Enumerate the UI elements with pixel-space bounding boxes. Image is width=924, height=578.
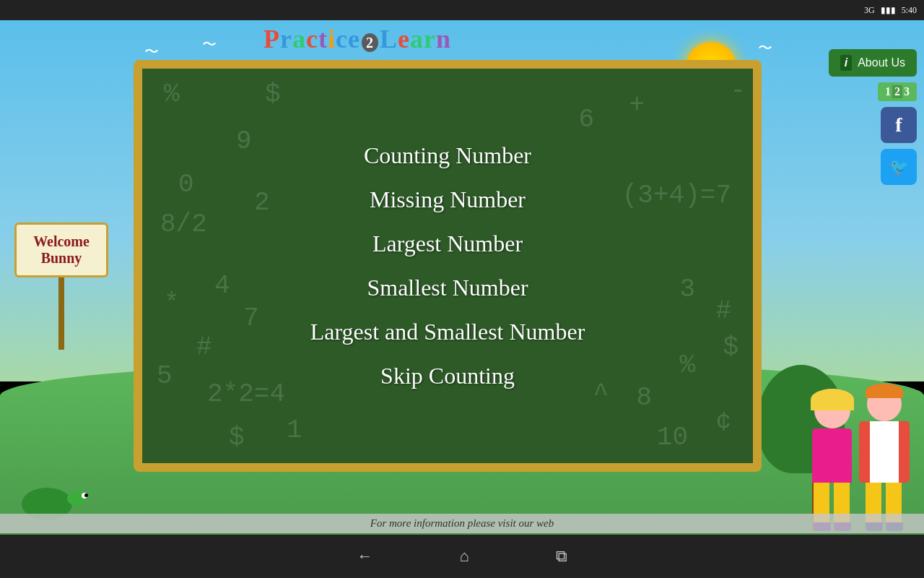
logo-letter-r: r [280,25,292,53]
recent-button[interactable]: ⧉ [556,547,567,566]
num-3: 3 [904,85,910,98]
boy-shirt-stripe [870,421,899,483]
turtle-head [67,491,85,506]
logo-number-2: 2 [362,33,378,52]
logo-letter-ce: ce [336,25,360,53]
boy-head [867,387,902,421]
twitter-icon: 🐦 [889,158,909,176]
num-1: 1 [885,85,891,98]
sign-post [58,277,64,350]
twitter-button[interactable]: 🐦 [881,149,917,185]
chalk-symbol-6: 6 [578,105,594,134]
chalk-symbol-dollar1: $ [265,79,281,109]
logo-letter-n: n [436,25,451,53]
chalk-symbol-percent: % [164,79,180,109]
info-ticker: For more information please visit our we… [0,514,924,533]
boy-character [859,387,910,531]
chalk-symbol-cent: ¢ [715,408,731,438]
chalk-symbol-plus: + [629,90,645,120]
signal-indicator: ▮▮▮ [881,5,896,16]
menu-item-missing[interactable]: Missing Number [142,181,753,219]
logo-letter-t: t [318,25,328,53]
logo-letter-c: c [306,25,318,53]
girl-hair [811,389,854,410]
menu-item-counting[interactable]: Counting Number [142,137,753,175]
right-panel: i About Us 1 2 3 f 🐦 [722,49,924,185]
boy-body-backpack [859,421,910,483]
logo-letter-p: P [263,25,280,53]
app-logo: Practice2Learn [263,24,451,54]
logo-letter-e: e [398,25,410,53]
chalk-symbol-1: 1 [287,415,302,445]
header-logo-area: Practice2Learn [0,24,715,54]
menu-item-skip[interactable]: Skip Counting [142,357,753,395]
numbers-badge[interactable]: 1 2 3 [878,82,917,101]
turtle-eye [82,493,87,499]
girl-character [812,392,852,531]
chalk-symbol-dollar3: $ [229,423,245,452]
welcome-text-line2: Bunny [28,250,95,267]
info-icon: i [840,55,852,71]
chalk-symbol-10: 10 [657,423,688,452]
logo-letter-i: i [328,25,336,53]
welcome-sign: Welcome Bunny [14,223,108,350]
status-bar: 3G ▮▮▮ 5:40 [0,0,924,20]
facebook-button[interactable]: f [881,107,917,143]
logo-letter-a: a [292,25,306,53]
nav-bar: ← ⌂ ⧉ [0,535,924,578]
children-characters [812,387,910,531]
home-button[interactable]: ⌂ [459,547,468,566]
girl-head [814,392,850,428]
menu-item-largest[interactable]: Largest Number [142,225,753,263]
chalkboard: % $ 9 0 8/2 2 (3+4)=7 4 * 7 # 5 2*2=4 3 … [134,60,762,472]
turtle-pupil [84,493,88,497]
about-us-label: About Us [858,56,905,69]
logo-letter-l: L [380,25,398,53]
sign-board: Welcome Bunny [14,223,108,277]
main-scene: 〜 〜 〜 〜 〜 Practice2Learn i About Us 1 2 … [0,20,924,578]
back-button[interactable]: ← [357,547,372,566]
num-2: 2 [892,85,902,98]
girl-body [812,428,852,483]
boy-hair [866,384,903,398]
ticker-text: For more information please visit our we… [370,517,554,529]
menu-item-smallest[interactable]: Smallest Number [142,269,753,307]
logo-letter-ar: ar [410,25,436,53]
menu-item-largest-smallest[interactable]: Largest and Smallest Number [142,313,753,351]
network-indicator: 3G [864,5,875,16]
facebook-icon: f [895,113,902,137]
welcome-text-line1: Welcome [28,233,95,250]
about-us-button[interactable]: i About Us [829,49,917,77]
time-display: 5:40 [902,5,917,16]
